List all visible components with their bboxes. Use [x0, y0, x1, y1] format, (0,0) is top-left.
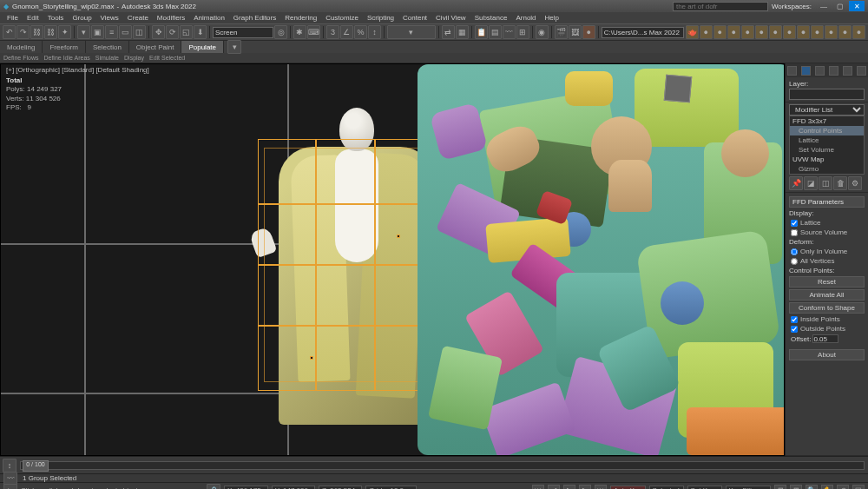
custom-tool-10[interactable]: ● — [825, 25, 838, 39]
menu-content[interactable]: Content — [399, 14, 431, 22]
layer-explorer-button[interactable]: 📋 — [475, 25, 488, 39]
configure-sets-button[interactable]: ⚙ — [848, 176, 862, 190]
spinner-snap-button[interactable]: ↕ — [368, 25, 381, 39]
custom-tool-1[interactable]: ● — [700, 25, 713, 39]
zoom-button[interactable]: 🔍 — [806, 485, 818, 490]
ribbon-tab-modeling[interactable]: Modeling — [0, 41, 43, 53]
custom-tool-6[interactable]: ● — [769, 25, 782, 39]
window-crossing-button[interactable]: ◫ — [133, 25, 146, 39]
render-setup-button[interactable]: 🎬 — [555, 25, 568, 39]
mod-gizmo[interactable]: Gizmo — [790, 164, 864, 174]
schematic-view-button[interactable]: ⊞ — [516, 25, 529, 39]
y-coord[interactable]: Y: 147.606c — [272, 486, 315, 490]
custom-tool-8[interactable]: ● — [797, 25, 810, 39]
custom-tool-9[interactable]: ● — [811, 25, 824, 39]
timeline-config-button[interactable]: ↕ — [3, 459, 16, 472]
inside-points-checkbox[interactable] — [791, 316, 798, 323]
track-bar[interactable]: 〰 1 Group Selected — [0, 473, 868, 482]
manipulate-button[interactable]: ✱ — [293, 25, 306, 39]
goto-end-button[interactable]: ⏭ — [595, 485, 607, 490]
outside-points-checkbox[interactable] — [791, 326, 798, 333]
teapot-icon[interactable]: 🫖 — [686, 25, 699, 39]
all-vertices-radio[interactable] — [791, 258, 798, 265]
unlink-button[interactable]: ⛓ — [44, 25, 57, 39]
maxscript-button[interactable]: ▶ — [3, 484, 17, 490]
select-by-name-button[interactable]: ≡ — [105, 25, 118, 39]
view-cube[interactable] — [659, 69, 697, 108]
ref-coord-dropdown[interactable] — [213, 27, 273, 38]
show-end-result-button[interactable]: ◪ — [804, 176, 818, 190]
maximize-button[interactable]: ▢ — [832, 1, 848, 11]
viewport-label[interactable]: [+] [Orthographic] [Standard] [Default S… — [6, 66, 149, 74]
menu-modifiers[interactable]: Modifiers — [154, 14, 188, 22]
mod-lattice[interactable]: Lattice — [790, 135, 864, 145]
close-button[interactable]: ✕ — [849, 1, 865, 11]
maximize-viewport-button[interactable]: ◱ — [852, 485, 865, 490]
select-object-button[interactable]: ▣ — [91, 25, 104, 39]
custom-tool-4[interactable]: ● — [741, 25, 754, 39]
sub-define-idle[interactable]: Define Idle Areas — [43, 55, 89, 61]
angle-snap-button[interactable]: ∠ — [340, 25, 353, 39]
set-key-button[interactable]: Set Key — [687, 486, 722, 490]
menu-scripting[interactable]: Scripting — [364, 14, 398, 22]
viewport-scene[interactable] — [1, 64, 784, 455]
rollout-ffd-parameters[interactable]: FFD Parameters — [789, 196, 865, 208]
keyboard-shortcut-button[interactable]: ⌨ — [307, 25, 320, 39]
only-in-volume-radio[interactable] — [791, 248, 798, 255]
sub-define-flows[interactable]: Define Flows — [3, 55, 38, 61]
select-move-button[interactable]: ✥ — [152, 25, 165, 39]
select-scale-button[interactable]: ◱ — [180, 25, 193, 39]
menu-group[interactable]: Group — [69, 14, 95, 22]
menu-file[interactable]: File — [3, 14, 22, 22]
hierarchy-tab[interactable] — [815, 66, 825, 76]
menu-grapheditors[interactable]: Graph Editors — [230, 14, 279, 22]
selected-filter[interactable]: Selected — [649, 486, 684, 490]
viewport[interactable]: [+] [Orthographic] [Standard] [Default S… — [0, 63, 785, 456]
sub-edit-selected[interactable]: Edit Selected — [149, 55, 185, 61]
offset-spinner[interactable] — [812, 334, 838, 343]
create-tab[interactable] — [787, 66, 797, 76]
named-selection-dropdown[interactable]: ▾ — [387, 25, 436, 39]
link-button[interactable]: ⛓ — [30, 25, 43, 39]
auto-key-button[interactable]: Auto Key — [610, 486, 645, 490]
custom-tool-12[interactable]: ● — [852, 25, 865, 39]
prev-frame-button[interactable]: ◀ — [548, 485, 560, 490]
toggle-ribbon-button[interactable]: ▤ — [489, 25, 502, 39]
ribbon-expand-button[interactable]: ▾ — [227, 40, 241, 54]
play-button[interactable]: ▶ — [563, 485, 575, 490]
time-slider[interactable]: 0 / 100 — [20, 461, 865, 470]
display-tab[interactable] — [843, 66, 852, 76]
ribbon-tab-populate[interactable]: Populate — [181, 41, 224, 53]
menu-rendering[interactable]: Rendering — [281, 14, 320, 22]
motion-tab[interactable] — [829, 66, 838, 76]
modifier-stack[interactable]: FFD 3x3x7 Control Points Lattice Set Vol… — [789, 116, 865, 175]
minimize-button[interactable]: — — [816, 1, 832, 11]
render-button[interactable]: ● — [582, 25, 595, 39]
orbit-button[interactable]: ⟲ — [837, 485, 849, 490]
lock-selection-button[interactable]: 🔒 — [207, 484, 220, 490]
snap-toggle-button[interactable]: 3 — [326, 25, 339, 39]
menu-tools[interactable]: Tools — [44, 14, 68, 22]
pin-stack-button[interactable]: 📌 — [789, 176, 803, 190]
curve-editor-button[interactable]: 〰 — [503, 25, 516, 39]
select-place-button[interactable]: ⬇ — [194, 25, 207, 39]
object-name-input[interactable] — [789, 89, 865, 100]
zoom-extents-all-button[interactable]: ⊞ — [790, 485, 802, 490]
ribbon-tab-objectpaint[interactable]: Object Paint — [129, 41, 182, 53]
next-frame-button[interactable]: ▶ — [579, 485, 591, 490]
about-button[interactable]: About — [789, 349, 865, 360]
selection-filter-dropdown[interactable]: ▾ — [77, 25, 90, 39]
menu-animation[interactable]: Animation — [190, 14, 228, 22]
mod-uvw-map[interactable]: UVW Map — [790, 155, 864, 164]
goto-start-button[interactable]: ⏮ — [532, 485, 544, 490]
select-rotate-button[interactable]: ⟳ — [166, 25, 179, 39]
bind-space-warp-button[interactable]: ✦ — [58, 25, 71, 39]
align-button[interactable]: ▦ — [456, 25, 469, 39]
mod-set-volume[interactable]: Set Volume — [790, 145, 864, 155]
menu-customize[interactable]: Customize — [322, 14, 362, 22]
key-filters-button[interactable]: Key Filters... — [726, 486, 771, 490]
custom-tool-5[interactable]: ● — [755, 25, 768, 39]
custom-tool-7[interactable]: ● — [783, 25, 796, 39]
material-editor-button[interactable]: ◉ — [536, 25, 549, 39]
mod-control-points[interactable]: Control Points — [790, 126, 864, 135]
